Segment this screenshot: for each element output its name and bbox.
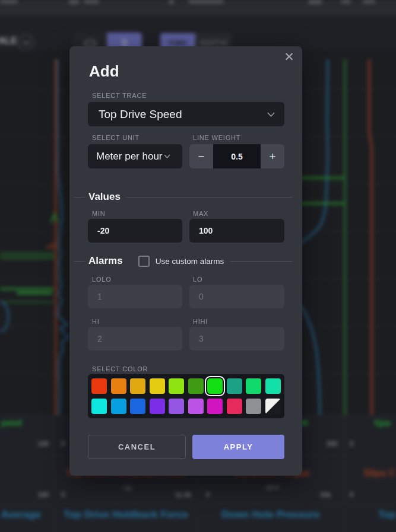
use-custom-alarms-label: Use custom alarms [156,257,224,266]
select-trace-label: SELECT TRACE [92,92,147,99]
min-input[interactable] [88,219,182,243]
color-swatch[interactable] [150,399,165,414]
hi-label: HI [92,318,100,325]
color-swatch[interactable] [246,399,261,414]
add-trace-dialog: ✕ Add SELECT TRACE Top Drive Speed SELEC… [69,46,302,476]
color-swatch[interactable] [111,378,126,394]
color-swatch[interactable] [227,378,242,394]
divider [230,261,293,262]
lolo-input [88,285,182,308]
cancel-button[interactable]: CANCEL [88,435,186,459]
dialog-title: Add [89,62,119,81]
values-section-title: Values [88,191,121,203]
dialog-actions: CANCEL APPLY [88,435,284,459]
color-swatch[interactable] [246,378,261,394]
select-unit-label: SELECT UNIT [92,134,140,141]
divider [126,197,293,197]
values-section-header: Values [74,190,293,203]
color-swatch[interactable] [169,378,184,394]
hi-input [88,327,182,351]
close-icon[interactable]: ✕ [281,49,297,65]
divider [74,197,85,197]
line-weight-label: LINE WEIGHT [193,134,240,141]
color-swatch[interactable] [91,378,107,394]
color-swatch[interactable] [265,399,281,414]
increase-weight-button[interactable]: + [261,144,284,168]
color-swatch[interactable] [150,378,165,394]
max-label: MAX [193,210,208,217]
hihi-label: HIHI [193,318,208,325]
color-swatch[interactable] [111,399,126,414]
hihi-input [189,327,284,351]
use-custom-alarms-checkbox[interactable] [138,256,150,267]
chevron-down-icon [267,112,275,117]
divider [74,261,85,262]
color-swatch[interactable] [227,399,242,414]
line-weight-value: 0.5 [213,144,261,168]
chevron-down-icon [164,154,170,158]
select-color-label: SELECT COLOR [92,365,148,372]
color-swatch[interactable] [169,399,184,414]
decrease-weight-button[interactable]: − [189,144,213,168]
alarms-section-header: Alarms Use custom alarms [74,254,293,267]
app-screen: ALE 0 TIME DEPTH [0,0,396,532]
apply-button[interactable]: APPLY [192,435,284,459]
color-swatch[interactable] [130,399,145,414]
unit-select-value: Meter per hour [96,151,163,163]
color-swatch[interactable] [207,378,223,394]
line-weight-stepper: − 0.5 + [189,144,284,168]
color-swatch[interactable] [188,378,204,394]
unit-select[interactable]: Meter per hour [88,144,182,168]
color-swatch[interactable] [91,399,107,414]
trace-select[interactable]: Top Drive Speed [88,102,284,126]
max-input[interactable] [189,219,284,243]
lo-input [189,285,284,308]
color-swatch[interactable] [130,378,145,394]
color-swatch[interactable] [207,399,223,414]
alarms-section-title: Alarms [88,255,123,267]
color-swatch[interactable] [188,399,204,414]
lo-label: LO [193,276,202,283]
lolo-label: LOLO [92,276,112,283]
min-label: MIN [92,210,106,217]
trace-select-value: Top Drive Speed [99,108,267,121]
color-swatch[interactable] [265,378,281,394]
color-palette [88,374,284,418]
